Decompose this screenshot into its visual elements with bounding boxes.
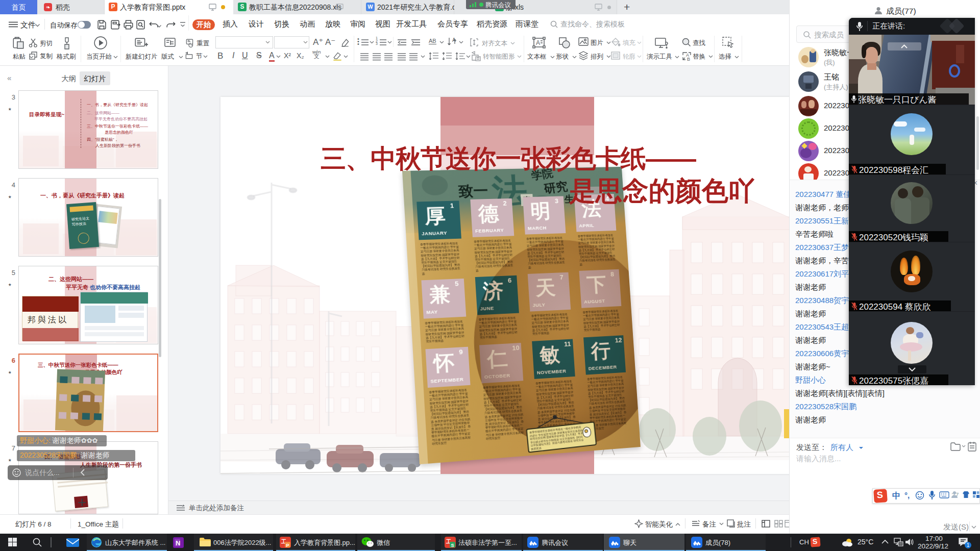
svg-text:N: N (176, 539, 180, 547)
svg-text:B: B (687, 57, 690, 61)
svg-text:A: A (536, 39, 540, 46)
svg-text:S: S (451, 543, 454, 548)
svg-text:P: P (286, 543, 289, 548)
